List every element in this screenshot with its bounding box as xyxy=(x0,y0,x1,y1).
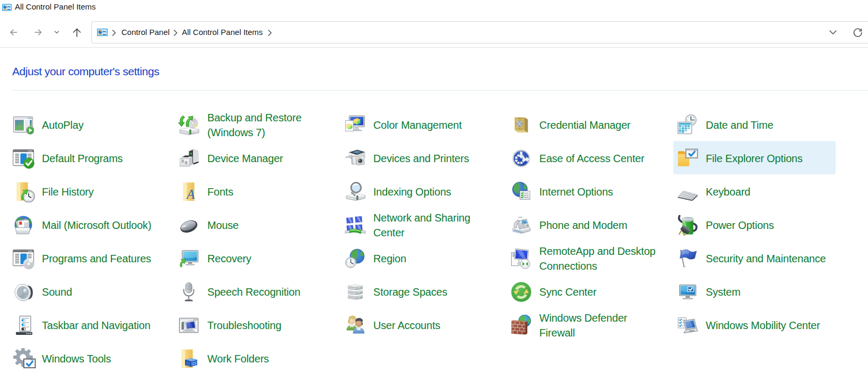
svg-text:A: A xyxy=(186,187,195,201)
